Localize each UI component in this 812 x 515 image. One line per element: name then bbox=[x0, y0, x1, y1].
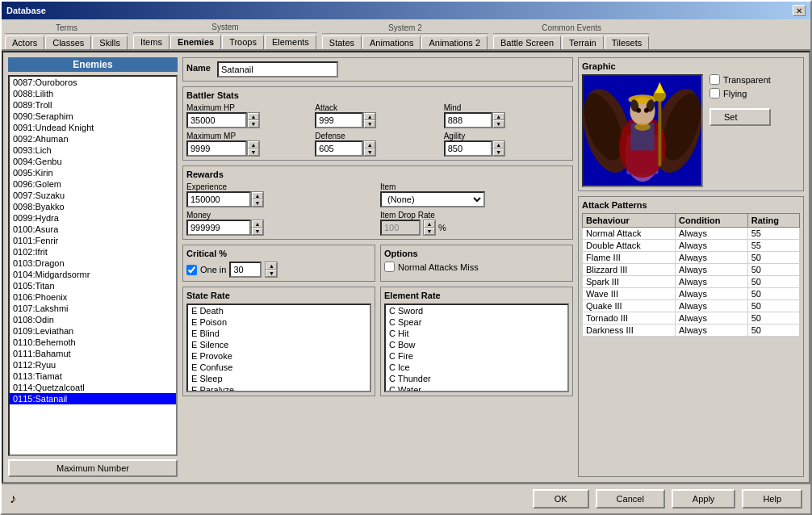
list-item[interactable]: 0095:Kirin bbox=[10, 167, 176, 178]
list-item[interactable]: 0097:Suzaku bbox=[10, 190, 176, 201]
table-row[interactable]: Darkness IIIAlways50 bbox=[583, 324, 800, 337]
table-row[interactable]: Quake IIIAlways50 bbox=[583, 300, 800, 312]
one-in-input[interactable] bbox=[229, 262, 262, 278]
tab-animations2[interactable]: Animations 2 bbox=[421, 36, 488, 49]
one-in-down[interactable]: ▼ bbox=[266, 270, 277, 277]
list-item[interactable]: 0100:Asura bbox=[10, 224, 176, 235]
tab-items[interactable]: Items bbox=[133, 35, 170, 49]
help-button[interactable]: Help bbox=[742, 489, 802, 509]
agility-spinner[interactable]: ▲ ▼ bbox=[492, 140, 505, 157]
element-rate-item[interactable]: C Bow bbox=[386, 339, 567, 350]
attack-input[interactable] bbox=[315, 112, 363, 128]
max-mp-spinner[interactable]: ▲ ▼ bbox=[247, 140, 260, 157]
list-item[interactable]: 0091:Undead Knight bbox=[10, 122, 176, 133]
list-item[interactable]: 0104:Midgardsormr bbox=[10, 269, 176, 280]
list-item[interactable]: 0106:Phoenix bbox=[10, 291, 176, 303]
money-down[interactable]: ▼ bbox=[252, 228, 263, 235]
attack-spinner[interactable]: ▲ ▼ bbox=[363, 112, 376, 128]
list-item[interactable]: 0108:Odin bbox=[10, 314, 176, 325]
table-row[interactable]: Spark IIIAlways50 bbox=[583, 276, 800, 288]
list-item[interactable]: 0089:Troll bbox=[10, 99, 176, 111]
defense-down[interactable]: ▼ bbox=[364, 149, 375, 156]
name-input[interactable] bbox=[217, 61, 338, 77]
list-item[interactable]: 0114:Quetzalcoatl bbox=[10, 382, 176, 393]
list-item[interactable]: 0093:Lich bbox=[10, 144, 176, 156]
attack-up[interactable]: ▲ bbox=[364, 113, 375, 120]
element-rate-item[interactable]: C Spear bbox=[386, 316, 567, 328]
cancel-button[interactable]: Cancel bbox=[596, 489, 665, 509]
tab-actors[interactable]: Actors bbox=[5, 36, 44, 49]
element-rate-item[interactable]: C Sword bbox=[386, 305, 567, 316]
list-item[interactable]: 0115:Satanail bbox=[10, 393, 176, 404]
ok-button[interactable]: OK bbox=[533, 489, 589, 509]
exp-spinner[interactable]: ▲ ▼ bbox=[251, 191, 264, 207]
max-hp-up[interactable]: ▲ bbox=[248, 113, 259, 120]
attack-down[interactable]: ▼ bbox=[364, 120, 375, 128]
max-mp-up[interactable]: ▲ bbox=[248, 141, 259, 149]
state-rate-list[interactable]: E DeathE PoisonE BlindE SilenceE Provoke… bbox=[186, 304, 371, 392]
transparent-checkbox[interactable] bbox=[709, 74, 720, 85]
element-rate-item[interactable]: C Fire bbox=[386, 350, 567, 362]
mind-up[interactable]: ▲ bbox=[493, 113, 504, 120]
element-rate-item[interactable]: C Hit bbox=[386, 328, 567, 339]
max-mp-down[interactable]: ▼ bbox=[248, 149, 259, 156]
state-rate-item[interactable]: E Paralyze bbox=[188, 384, 370, 392]
list-item[interactable]: 0103:Dragon bbox=[10, 258, 176, 269]
tab-classes[interactable]: Classes bbox=[45, 36, 91, 49]
max-number-button[interactable]: Maximum Number bbox=[8, 459, 178, 477]
money-input[interactable] bbox=[186, 220, 251, 236]
element-rate-item[interactable]: C Water bbox=[386, 384, 567, 392]
tab-terrain[interactable]: Terrain bbox=[562, 36, 604, 49]
agility-up[interactable]: ▲ bbox=[493, 141, 504, 149]
defense-spinner[interactable]: ▲ ▼ bbox=[363, 140, 376, 157]
list-item[interactable]: 0112:Ryuu bbox=[10, 359, 176, 371]
money-up[interactable]: ▲ bbox=[252, 220, 263, 228]
list-item[interactable]: 0113:Tiamat bbox=[10, 371, 176, 382]
one-in-up[interactable]: ▲ bbox=[266, 262, 277, 270]
list-item[interactable]: 0098:Byakko bbox=[10, 201, 176, 212]
list-item[interactable]: 0087:Ouroboros bbox=[10, 77, 176, 88]
tab-enemies[interactable]: Enemies bbox=[170, 35, 221, 49]
state-rate-item[interactable]: E Poison bbox=[188, 316, 370, 328]
state-rate-item[interactable]: E Blind bbox=[188, 328, 370, 339]
list-item[interactable]: 0107:Lakshmi bbox=[10, 303, 176, 314]
list-item[interactable]: 0088:Lilith bbox=[10, 88, 176, 99]
defense-input[interactable] bbox=[315, 140, 363, 157]
enemy-list[interactable]: 0087:Ouroboros0088:Lilith0089:Troll0090:… bbox=[8, 75, 178, 456]
element-rate-list[interactable]: C SwordC SpearC HitC BowC FireC IceC Thu… bbox=[384, 304, 569, 392]
max-hp-input[interactable] bbox=[186, 112, 247, 128]
list-item[interactable]: 0101:Fenrir bbox=[10, 235, 176, 246]
drop-rate-spinner[interactable]: ▲ ▼ bbox=[423, 220, 436, 236]
element-rate-item[interactable]: C Thunder bbox=[386, 373, 567, 384]
item-select[interactable]: (None) bbox=[380, 191, 485, 207]
defense-up[interactable]: ▲ bbox=[364, 141, 375, 149]
tab-animations[interactable]: Animations bbox=[362, 36, 421, 49]
list-item[interactable]: 0090:Seraphim bbox=[10, 111, 176, 122]
tab-tilesets[interactable]: Tilesets bbox=[605, 36, 650, 49]
list-item[interactable]: 0110:Behemoth bbox=[10, 337, 176, 348]
state-rate-item[interactable]: E Provoke bbox=[188, 350, 370, 362]
one-in-spinner[interactable]: ▲ ▼ bbox=[265, 262, 278, 278]
experience-input[interactable] bbox=[186, 191, 251, 207]
max-mp-input[interactable] bbox=[186, 140, 247, 157]
apply-button[interactable]: Apply bbox=[672, 489, 736, 509]
exp-down[interactable]: ▼ bbox=[252, 199, 263, 207]
normal-attacks-miss-checkbox[interactable] bbox=[384, 262, 395, 272]
agility-down[interactable]: ▼ bbox=[493, 149, 504, 156]
list-item[interactable]: 0111:Bahamut bbox=[10, 348, 176, 359]
mind-spinner[interactable]: ▲ ▼ bbox=[492, 112, 505, 128]
tab-states[interactable]: States bbox=[322, 36, 362, 49]
list-item[interactable]: 0105:Titan bbox=[10, 280, 176, 291]
tab-elements[interactable]: Elements bbox=[265, 35, 316, 49]
tab-troops[interactable]: Troops bbox=[222, 35, 264, 49]
money-spinner[interactable]: ▲ ▼ bbox=[251, 220, 264, 236]
mind-down[interactable]: ▼ bbox=[493, 120, 504, 128]
list-item[interactable]: 0092:Ahuman bbox=[10, 133, 176, 144]
exp-up[interactable]: ▲ bbox=[252, 192, 263, 199]
state-rate-item[interactable]: E Death bbox=[188, 305, 370, 316]
drop-rate-up[interactable]: ▲ bbox=[424, 220, 435, 228]
list-item[interactable]: 0099:Hydra bbox=[10, 212, 176, 224]
element-rate-item[interactable]: C Ice bbox=[386, 362, 567, 373]
table-row[interactable]: Wave IIIAlways50 bbox=[583, 288, 800, 300]
table-row[interactable]: Tornado IIIAlways50 bbox=[583, 312, 800, 324]
